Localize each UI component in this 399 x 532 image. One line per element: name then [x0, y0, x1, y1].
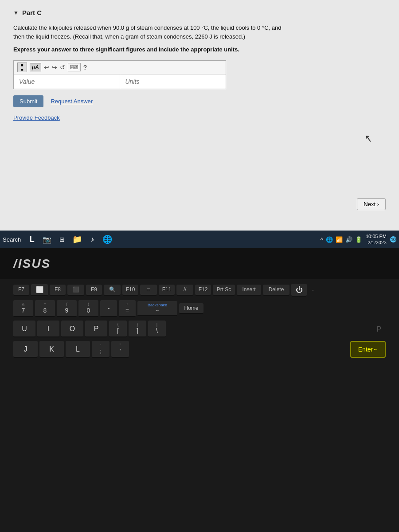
wifi-icon: 📶 [336, 236, 343, 243]
answer-box: ■■ μA ↩ ↪ ↺ ⌨ ? [13, 60, 226, 89]
uiop-row: U I O P { [ } ] | \ P [9, 321, 390, 337]
action-row: Submit Request Answer [13, 95, 386, 107]
chevron-down-icon: ▼ [13, 10, 19, 16]
key-f10-icon[interactable]: □ [140, 285, 157, 295]
key-o[interactable]: O [61, 321, 83, 337]
taskbar-datetime: 10:05 PM 2/1/2023 [366, 233, 387, 246]
key-backspace[interactable]: Backspace ← [137, 301, 177, 316]
answer-fields [14, 74, 226, 89]
key-p[interactable]: P [85, 321, 107, 337]
key-paren-9[interactable]: ( 9 [57, 300, 77, 317]
jkl-row: J K L : ; " ' Enter ← [9, 341, 390, 358]
provide-feedback-button[interactable]: Provide Feedback [13, 114, 60, 121]
key-dot: • [309, 286, 317, 294]
chevron-icon: ^ [321, 236, 323, 243]
key-power[interactable]: ⏻ [291, 284, 307, 297]
key-lbracket[interactable]: { [ [109, 321, 127, 337]
key-f11-icon[interactable]: // [176, 285, 193, 295]
network-icon: 🌐 [326, 236, 333, 243]
answer-toolbar: ■■ μA ↩ ↪ ↺ ⌨ ? [14, 61, 226, 74]
taskbar-camera-icon[interactable]: 📷 [40, 233, 54, 246]
key-f11[interactable]: F11 [159, 285, 175, 295]
key-f12[interactable]: F12 [195, 285, 211, 295]
key-f7[interactable]: F7 [13, 285, 29, 295]
key-f8[interactable]: F8 [50, 285, 66, 295]
camera-icon: 📷 [43, 235, 51, 244]
fn-key-row: F7 ⬜ F8 ⬛ F9 🔍 F10 □ F11 // F12 [9, 284, 390, 297]
sys-tray: ^ 🌐 📶 🔊 🔋 [321, 236, 362, 243]
key-minus[interactable]: - [100, 300, 117, 317]
key-j[interactable]: J [13, 341, 38, 358]
grid-icon: ⊞ [59, 236, 65, 243]
taskbar-music-icon[interactable]: ♪ [86, 233, 99, 246]
question-text: Calculate the kilojoules released when 9… [13, 23, 377, 41]
key-backslash[interactable]: | \ [148, 321, 166, 337]
key-amp-7[interactable]: & 7 [13, 300, 33, 317]
key-equals[interactable]: + = [119, 300, 136, 317]
value-input[interactable] [14, 74, 120, 89]
key-home[interactable]: Home [179, 303, 203, 314]
question-instruction: Express your answer to three significant… [13, 45, 377, 54]
volume-icon: 🔊 [345, 236, 352, 243]
battery-icon: 🔋 [355, 236, 362, 243]
request-answer-button[interactable]: Request Answer [51, 98, 93, 105]
taskbar-right: ^ 🌐 📶 🔊 🔋 10:05 PM 2/1/2023 10 [321, 233, 396, 246]
key-rbracket[interactable]: } ] [129, 321, 146, 337]
taskbar-search-label: Search [3, 236, 21, 243]
formatting-icon[interactable]: ■■ [17, 63, 27, 72]
browser-area: ▼ Part C Calculate the kilojoules releas… [0, 0, 399, 231]
keyboard-icon[interactable]: ⌨ [68, 63, 81, 71]
key-k[interactable]: K [39, 341, 64, 358]
taskbar-grid-icon[interactable]: ⊞ [55, 233, 69, 246]
key-i[interactable]: I [37, 321, 59, 337]
folder-icon: 📁 [72, 235, 82, 244]
taskbar-edge-icon[interactable]: 🌐 [101, 233, 114, 246]
key-p-right: P [372, 321, 386, 337]
key-preview[interactable]: ⬜ [31, 284, 48, 296]
music-icon: ♪ [90, 235, 94, 243]
cursor-arrow: ↖ [364, 133, 373, 145]
reload-icon[interactable]: ↺ [60, 64, 65, 71]
key-f9-icon[interactable]: 🔍 [104, 285, 121, 295]
taskbar-icon-l[interactable]: L [25, 233, 39, 246]
redo-icon[interactable]: ↪ [52, 64, 57, 71]
key-insert[interactable]: Insert [237, 285, 261, 295]
key-prtsc[interactable]: Prt Sc [213, 285, 235, 295]
taskbar: Search L 📷 ⊞ 📁 ♪ 🌐 ^ 🌐 📶 🔊 🔋 10:05 PM 2/… [0, 231, 399, 248]
help-icon[interactable]: ? [83, 64, 87, 71]
key-star-8[interactable]: * 8 [35, 300, 55, 317]
key-delete[interactable]: Delete [263, 285, 289, 295]
taskbar-folder-icon[interactable]: 📁 [70, 233, 84, 246]
keyboard-area: F7 ⬜ F8 ⬛ F9 🔍 F10 □ F11 // F12 [0, 279, 399, 532]
part-title: Part C [22, 9, 42, 16]
number-key-row: & 7 * 8 ( 9 ) 0 - + = Backspace ← Home [9, 300, 390, 317]
start-icon: L [30, 235, 35, 244]
part-header: ▼ Part C [13, 9, 386, 16]
undo-icon[interactable]: ↩ [44, 64, 49, 71]
key-enter[interactable]: Enter ← [350, 341, 386, 358]
asus-logo: /ISUS [13, 257, 51, 271]
next-button[interactable]: Next › [357, 198, 386, 210]
key-semicolon[interactable]: : ; [92, 341, 110, 358]
key-f10[interactable]: F10 [122, 285, 138, 295]
asus-area: /ISUS [0, 248, 399, 279]
next-button-area: Next › [357, 198, 386, 210]
key-f9[interactable]: F9 [86, 285, 102, 295]
key-quote[interactable]: " ' [111, 341, 129, 358]
key-paren-0[interactable]: ) 0 [78, 300, 98, 317]
submit-button[interactable]: Submit [13, 95, 43, 107]
key-u[interactable]: U [13, 321, 35, 337]
key-f8-icon[interactable]: ⬛ [67, 285, 84, 295]
units-input[interactable] [120, 74, 226, 89]
edge-icon: 🌐 [102, 235, 112, 244]
notification-badge[interactable]: 10 [390, 236, 396, 243]
key-l[interactable]: L [66, 341, 90, 358]
mu-icon[interactable]: μA [30, 63, 41, 71]
